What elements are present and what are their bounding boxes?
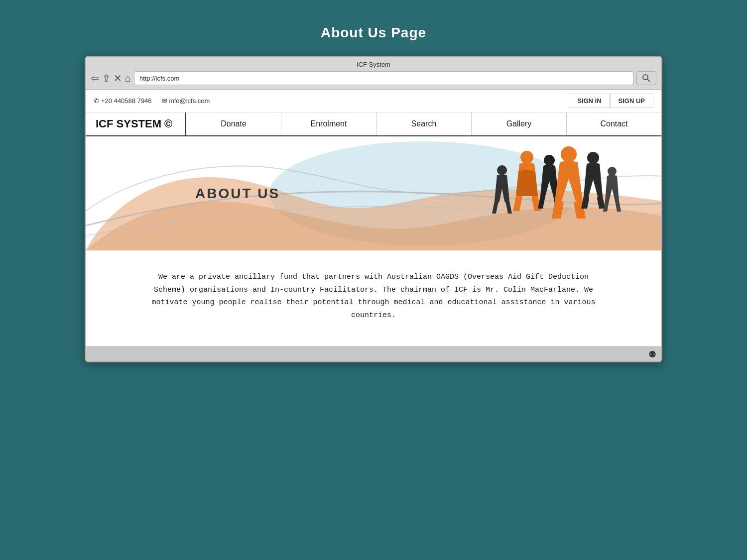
nav-item-gallery[interactable]: Gallery [472, 112, 567, 135]
site-logo: ICF SYSTEM © [86, 112, 185, 135]
people-silhouettes [492, 141, 622, 241]
nav-item-contact[interactable]: Contact [567, 112, 661, 135]
email-icon: ✉ [162, 97, 167, 105]
phone-icon: ✆ [94, 97, 99, 105]
phone-info: ✆ +20 440588 7946 [94, 97, 152, 105]
hero-heading: ABOUT US [195, 186, 280, 202]
bottom-icon: ⚉ [648, 349, 656, 360]
sign-up-button[interactable]: SIGN UP [610, 94, 653, 108]
svg-line-1 [647, 79, 650, 82]
browser-tab-title: ICF System [91, 61, 656, 68]
email-info: ✉ info@icfs.com [162, 97, 210, 105]
nav-row: ICF SYSTEM © Donate Enrolment Search Gal… [86, 112, 661, 136]
forward-button[interactable]: ⇧ [102, 73, 111, 83]
sign-in-button[interactable]: SIGN IN [569, 94, 610, 108]
svg-point-8 [608, 167, 617, 176]
nav-item-donate[interactable]: Donate [186, 112, 281, 135]
phone-number: +20 440588 7946 [101, 97, 152, 105]
svg-point-3 [497, 165, 507, 175]
hero-banner: ABOUT US [86, 136, 661, 251]
back-button[interactable]: ⇦ [91, 73, 99, 83]
magnifier-icon [642, 74, 651, 83]
svg-point-4 [520, 151, 533, 164]
svg-point-6 [561, 146, 577, 162]
about-content: We are a private ancillary fund that par… [86, 251, 661, 346]
close-button[interactable]: ✕ [114, 73, 122, 83]
main-nav: Donate Enrolment Search Gallery Contact [185, 112, 661, 135]
auth-buttons: SIGN IN SIGN UP [569, 94, 653, 108]
browser-window: ICF System ⇦ ⇧ ✕ ⌂ ✆ +20 440588 7946 ✉ [85, 56, 662, 362]
nav-item-enrolment[interactable]: Enrolment [281, 112, 376, 135]
page-title: About Us Page [321, 25, 426, 41]
nav-item-search[interactable]: Search [376, 112, 472, 135]
about-description: We are a private ancillary fund that par… [149, 271, 598, 322]
home-button[interactable]: ⌂ [125, 73, 131, 83]
svg-point-5 [544, 155, 555, 166]
website-content: ✆ +20 440588 7946 ✉ info@icfs.com SIGN I… [86, 90, 661, 346]
browser-bottom-bar: ⚉ [86, 346, 661, 361]
address-bar[interactable] [134, 71, 633, 85]
browser-search-button[interactable] [636, 71, 656, 85]
svg-point-0 [643, 75, 648, 80]
top-bar: ✆ +20 440588 7946 ✉ info@icfs.com SIGN I… [86, 90, 661, 112]
svg-point-7 [587, 152, 599, 164]
browser-chrome: ICF System ⇦ ⇧ ✕ ⌂ [86, 57, 661, 90]
email-address: info@icfs.com [169, 97, 210, 105]
